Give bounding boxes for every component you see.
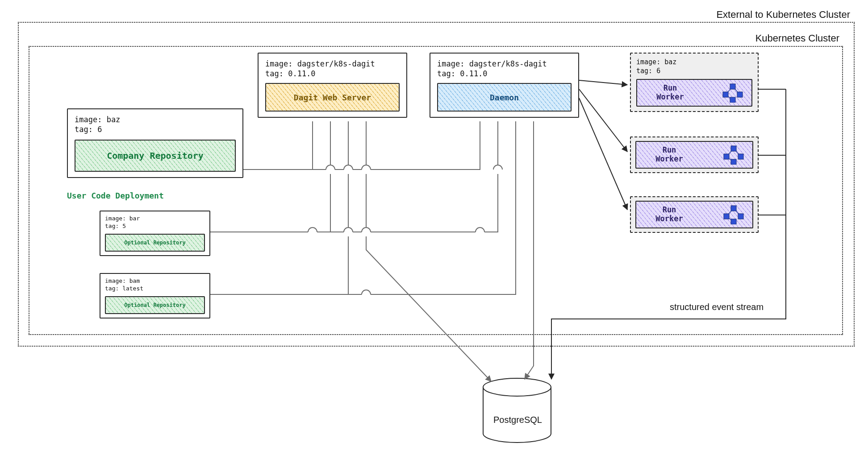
run-worker-1-image: image: baz bbox=[636, 58, 752, 67]
svg-rect-5 bbox=[737, 92, 743, 97]
dagit-tag: tag: 0.11.0 bbox=[265, 69, 400, 79]
svg-rect-11 bbox=[724, 154, 729, 159]
postgresql-db bbox=[481, 377, 553, 446]
svg-rect-4 bbox=[723, 92, 728, 97]
daemon-image: image: dagster/k8s-dagit bbox=[437, 59, 572, 69]
run-worker-2-label: RunWorker bbox=[651, 146, 687, 163]
run-worker-1-label: RunWorker bbox=[652, 84, 688, 101]
kubernetes-cluster-label: Kubernetes Cluster bbox=[755, 33, 839, 44]
dag-icon bbox=[722, 205, 745, 224]
company-repository-chip: Company Repository bbox=[75, 140, 236, 172]
daemon-tag: tag: 0.11.0 bbox=[437, 69, 572, 79]
daemon-chip: Daemon bbox=[437, 83, 572, 112]
svg-rect-12 bbox=[738, 154, 743, 159]
optional-repository-2-box: image: bam tag: latest Optional Reposito… bbox=[100, 273, 210, 318]
structured-event-stream-label: structured event stream bbox=[670, 302, 764, 312]
postgresql-label: PostgreSQL bbox=[493, 415, 542, 425]
opt-repo-1-image: image: bar bbox=[105, 215, 205, 223]
optional-repository-1-chip: Optional Repository bbox=[105, 234, 205, 252]
optional-repository-2-chip: Optional Repository bbox=[105, 296, 205, 314]
opt-repo-2-image: image: bam bbox=[105, 277, 205, 285]
run-worker-3-box: RunWorker bbox=[630, 196, 759, 233]
svg-point-21 bbox=[483, 378, 551, 396]
svg-rect-13 bbox=[731, 159, 736, 165]
run-worker-3-label: RunWorker bbox=[651, 206, 687, 223]
svg-rect-17 bbox=[731, 206, 736, 211]
run-worker-2-chip: RunWorker bbox=[635, 141, 753, 169]
svg-rect-3 bbox=[730, 84, 735, 89]
svg-rect-20 bbox=[731, 219, 736, 224]
svg-rect-6 bbox=[730, 97, 735, 103]
run-worker-1-box: image: baz tag: 6 RunWorker bbox=[630, 53, 759, 112]
run-worker-2-box: RunWorker bbox=[630, 136, 759, 173]
company-repo-tag: tag: 6 bbox=[75, 124, 236, 134]
daemon-box: image: dagster/k8s-dagit tag: 0.11.0 Dae… bbox=[430, 53, 579, 118]
company-repository-box: image: baz tag: 6 Company Repository bbox=[67, 108, 243, 178]
external-cluster-label: External to Kubernetes Cluster bbox=[716, 9, 850, 21]
run-worker-1-tag: tag: 6 bbox=[636, 67, 752, 76]
svg-rect-10 bbox=[731, 146, 736, 151]
database-icon bbox=[481, 377, 553, 444]
dagit-box: image: dagster/k8s-dagit tag: 0.11.0 Dag… bbox=[258, 53, 407, 118]
dag-icon bbox=[721, 83, 744, 103]
opt-repo-2-tag: tag: latest bbox=[105, 285, 205, 293]
user-code-deployment-label: User Code Deployment bbox=[67, 191, 164, 200]
svg-rect-19 bbox=[738, 214, 743, 219]
run-worker-1-chip: RunWorker bbox=[636, 79, 752, 107]
dagit-image: image: dagster/k8s-dagit bbox=[265, 59, 400, 69]
opt-repo-1-tag: tag: 5 bbox=[105, 223, 205, 230]
dagit-chip: Dagit Web Server bbox=[265, 83, 400, 112]
company-repo-image: image: baz bbox=[75, 115, 236, 124]
run-worker-3-chip: RunWorker bbox=[635, 201, 753, 228]
svg-rect-18 bbox=[724, 214, 729, 219]
optional-repository-1-box: image: bar tag: 5 Optional Repository bbox=[100, 211, 210, 256]
dag-icon bbox=[722, 145, 745, 165]
